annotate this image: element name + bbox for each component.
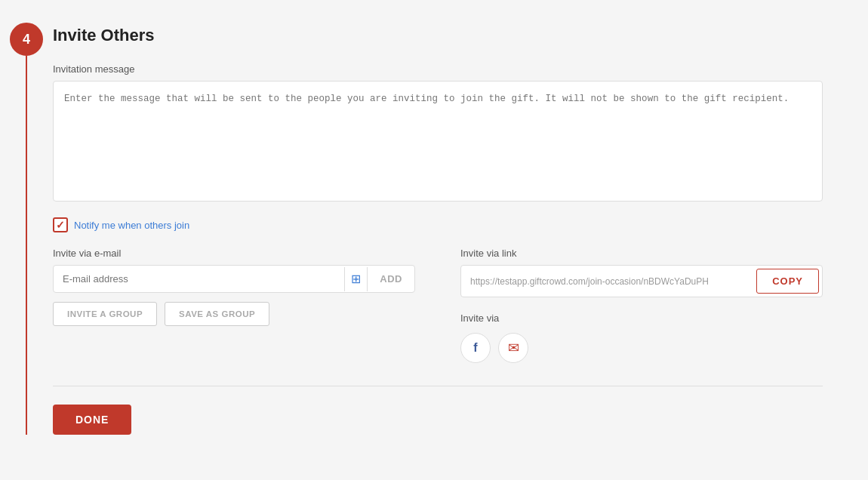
add-email-button[interactable]: ADD: [368, 266, 414, 292]
step-number: 4: [10, 23, 43, 56]
invitation-message-label: Invitation message: [53, 63, 823, 75]
email-input[interactable]: [54, 266, 344, 292]
main-content: Invite Others Invitation message ✓ Notif…: [53, 23, 853, 435]
invite-via-section: Invite via f ✉: [460, 312, 823, 363]
two-columns-layout: Invite via e-mail ⊞ ADD INVITE A GROUP S…: [53, 248, 823, 363]
email-input-row: ⊞ ADD: [53, 265, 415, 293]
invite-link-label: Invite via link: [460, 248, 823, 259]
save-group-button[interactable]: SAVE AS GROUP: [165, 302, 269, 326]
invite-email-label: Invite via e-mail: [53, 248, 415, 259]
notify-label[interactable]: Notify me when others join: [74, 220, 189, 231]
copy-link-button[interactable]: COPY: [756, 269, 819, 294]
checkbox-checkmark: ✓: [56, 220, 65, 230]
notify-checkbox[interactable]: ✓: [53, 217, 68, 232]
invitation-message-textarea[interactable]: [53, 81, 823, 202]
invite-link-input[interactable]: [461, 269, 753, 294]
done-button[interactable]: DONE: [53, 405, 131, 435]
invite-via-label: Invite via: [460, 312, 823, 324]
link-input-row: COPY: [460, 265, 823, 297]
facebook-icon: f: [473, 341, 477, 355]
step-line: [26, 56, 27, 435]
facebook-invite-button[interactable]: f: [460, 333, 491, 363]
section-divider: [53, 386, 823, 386]
invite-email-section: Invite via e-mail ⊞ ADD INVITE A GROUP S…: [53, 248, 415, 363]
page-title: Invite Others: [53, 26, 823, 45]
notify-row: ✓ Notify me when others join: [53, 217, 823, 232]
invite-group-button[interactable]: INVITE A GROUP: [53, 302, 157, 326]
contacts-icon: ⊞: [345, 272, 367, 286]
social-buttons: f ✉: [460, 333, 823, 363]
email-invite-button[interactable]: ✉: [498, 333, 528, 363]
invitation-message-section: Invitation message: [53, 63, 823, 204]
group-buttons: INVITE A GROUP SAVE AS GROUP: [53, 302, 415, 326]
invite-link-section: Invite via link COPY Invite via f ✉: [460, 248, 823, 363]
email-icon: ✉: [508, 340, 519, 356]
step-indicator: 4: [0, 23, 53, 435]
